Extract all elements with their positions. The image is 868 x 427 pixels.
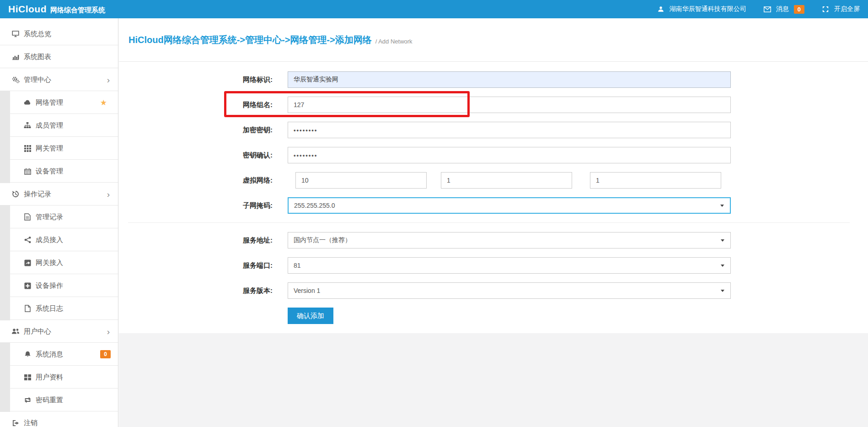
virtual-network-input-2[interactable] — [441, 172, 572, 189]
sign-out-icon — [10, 420, 21, 427]
group-name-input[interactable] — [288, 97, 731, 113]
share-square-icon — [22, 259, 33, 266]
sidebar-item-management-center[interactable]: 管理中心 › — [0, 68, 118, 91]
envelope-icon — [762, 6, 773, 12]
sidebar-item-system-charts[interactable]: 系统图表 — [0, 45, 118, 68]
bar-chart-icon — [10, 53, 21, 60]
form-row-network-id: 网络标识: — [119, 71, 868, 88]
sidebar-item-gateway-management[interactable]: 网关管理 — [0, 137, 118, 160]
group-name-label: 网络组名: — [119, 101, 288, 109]
dropdown-caret-icon — [721, 239, 724, 242]
sidebar-item-device-management[interactable]: 设备管理 — [0, 160, 118, 183]
star-icon: ★ — [100, 99, 107, 107]
chevron-right-icon: › — [107, 76, 110, 84]
brand-suffix: 网络综合管理系统 — [50, 6, 105, 15]
subnet-mask-label: 子网掩码: — [119, 201, 288, 210]
sidebar-item-password-reset[interactable]: 密码重置 — [0, 389, 118, 411]
dropdown-caret-icon — [721, 290, 724, 292]
sidebar-item-user-profile[interactable]: 用户资料 — [0, 366, 118, 389]
sidebar-item-logout[interactable]: 注销 — [0, 411, 118, 427]
add-network-form: 网络标识: 网络组名: 加密密钥: 密钥确认: 虚拟网络: — [119, 62, 868, 333]
form-row-encryption-key: 加密密钥: — [119, 122, 868, 138]
subnet-mask-value: 255.255.255.0 — [294, 202, 335, 209]
chevron-right-icon: › — [107, 327, 110, 336]
network-id-label: 网络标识: — [119, 76, 288, 84]
fullscreen-label: 开启全屏 — [834, 5, 860, 13]
sidebar-item-system-overview[interactable]: 系统总览 — [0, 22, 118, 45]
sidebar-item-member-management[interactable]: 成员管理 — [0, 114, 118, 137]
gears-icon — [10, 76, 21, 83]
key-confirm-input[interactable] — [288, 147, 731, 163]
history-icon — [10, 190, 21, 198]
desktop-icon — [10, 30, 21, 38]
main-content: HiCloud网络综合管理系统->管理中心->网络管理->添加网络 / Add … — [119, 18, 868, 427]
breadcrumb-suffix: / Add Network — [375, 35, 413, 45]
page-background — [119, 333, 868, 427]
th-large-icon — [22, 374, 33, 381]
messages-count-badge: 0 — [794, 5, 804, 14]
sidebar-item-gateway-access[interactable]: 网关接入 — [0, 251, 118, 274]
server-port-value: 81 — [294, 262, 301, 269]
calendar-icon — [22, 168, 33, 175]
form-row-key-confirm: 密钥确认: — [119, 147, 868, 163]
form-row-group-name: 网络组名: — [119, 97, 868, 113]
breadcrumb: HiCloud网络综合管理系统->管理中心->网络管理->添加网络 / Add … — [119, 18, 868, 62]
app-window: HiCloud 网络综合管理系统 湖南华辰智通科技有限公司 消息 0 — [0, 0, 868, 427]
users-icon — [10, 328, 21, 335]
dropdown-caret-icon — [721, 265, 724, 267]
virtual-network-input-1[interactable] — [295, 172, 427, 189]
server-address-select[interactable]: 国内节点一（推荐） — [288, 232, 731, 249]
key-confirm-label: 密钥确认: — [119, 151, 288, 160]
file-icon — [22, 305, 33, 312]
file-text-icon — [22, 213, 33, 221]
company-menu[interactable]: 湖南华辰智通科技有限公司 — [655, 5, 746, 13]
server-address-value: 国内节点一（推荐） — [294, 236, 351, 244]
plus-square-icon — [22, 282, 33, 289]
subnet-mask-select[interactable]: 255.255.255.0 — [288, 197, 731, 214]
server-port-select[interactable]: 81 — [288, 257, 731, 274]
sidebar-item-user-center[interactable]: 用户中心 › — [0, 320, 118, 343]
user-icon — [655, 6, 666, 12]
sidebar-item-system-messages[interactable]: 系统消息 0 — [0, 343, 118, 366]
sitemap-icon — [22, 122, 33, 129]
sidebar-item-system-logs[interactable]: 系统日志 — [0, 297, 118, 320]
sidebar-item-device-operations[interactable]: 设备操作 — [0, 274, 118, 297]
brand-name: HiCloud — [8, 4, 47, 15]
network-id-input[interactable] — [288, 71, 731, 88]
messages-label: 消息 — [776, 5, 789, 13]
share-icon — [22, 236, 33, 243]
chevron-right-icon: › — [107, 190, 110, 199]
form-row-server-port: 服务端口: 81 — [119, 257, 868, 274]
dropdown-caret-icon — [720, 205, 724, 207]
server-address-label: 服务地址: — [119, 236, 288, 245]
topbar-right: 湖南华辰智通科技有限公司 消息 0 开启全屏 — [655, 5, 860, 14]
breadcrumb-path[interactable]: HiCloud网络综合管理系统->管理中心->网络管理->添加网络 — [129, 34, 372, 46]
sidebar-item-member-access[interactable]: 成员接入 — [0, 228, 118, 251]
fullscreen-button[interactable]: 开启全屏 — [820, 5, 860, 13]
grid-icon — [22, 145, 33, 152]
form-row-subnet-mask: 子网掩码: 255.255.255.0 — [119, 197, 868, 214]
sidebar-item-operation-records[interactable]: 操作记录 › — [0, 183, 118, 205]
form-row-server-version: 服务版本: Version 1 — [119, 282, 868, 299]
brand-logo[interactable]: HiCloud 网络综合管理系统 — [8, 4, 105, 15]
sidebar-nav: 系统总览 系统图表 管理中心 › 网络管理 ★ 成员管理 — [0, 18, 118, 427]
sidebar-item-management-records[interactable]: 管理记录 — [0, 205, 118, 228]
server-version-select[interactable]: Version 1 — [288, 282, 731, 299]
bell-icon — [22, 351, 33, 358]
virtual-network-input-3[interactable] — [590, 172, 721, 189]
topbar: HiCloud 网络综合管理系统 湖南华辰智通科技有限公司 消息 0 — [0, 0, 868, 18]
form-row-server-address: 服务地址: 国内节点一（推荐） — [119, 232, 868, 249]
server-version-label: 服务版本: — [119, 286, 288, 295]
server-version-value: Version 1 — [294, 287, 320, 294]
confirm-add-button[interactable]: 确认添加 — [288, 308, 333, 324]
virtual-network-label: 虚拟网络: — [119, 176, 288, 185]
encryption-key-label: 加密密钥: — [119, 126, 288, 135]
server-port-label: 服务端口: — [119, 261, 288, 270]
encryption-key-input[interactable] — [288, 122, 731, 138]
fullscreen-icon — [820, 6, 831, 12]
sidebar-item-network-management[interactable]: 网络管理 ★ — [0, 91, 118, 114]
system-messages-badge: 0 — [100, 350, 111, 358]
messages-menu[interactable]: 消息 0 — [762, 5, 804, 14]
cloud-icon — [22, 99, 33, 106]
form-divider — [128, 222, 850, 223]
